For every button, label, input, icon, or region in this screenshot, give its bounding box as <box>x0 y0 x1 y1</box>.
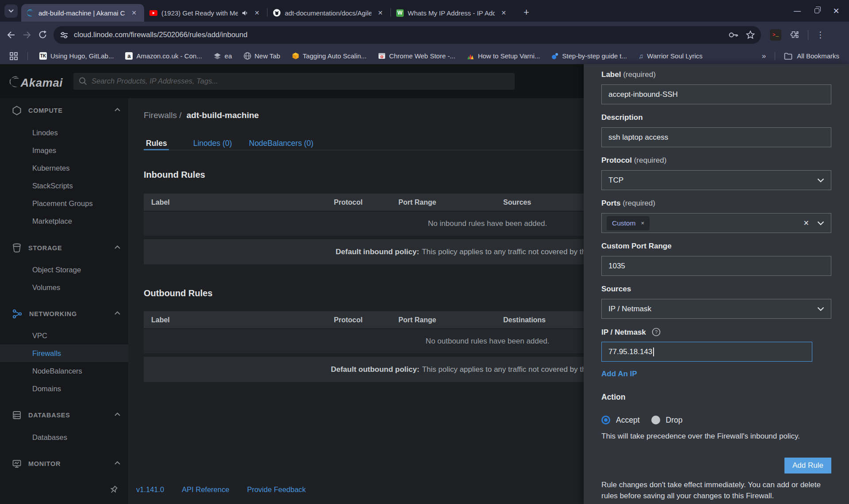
text-cursor <box>653 347 654 356</box>
browser-tab-github[interactable]: adt-documentation/docs/Agile ✕ <box>268 4 390 22</box>
akamai-logo[interactable]: Akamai <box>10 73 63 90</box>
col-label[interactable]: Label <box>151 316 170 324</box>
tab-close-icon[interactable]: ✕ <box>375 8 385 17</box>
sources-select[interactable]: IP / Netmask <box>601 299 831 319</box>
forward-icon[interactable] <box>22 31 32 39</box>
description-input[interactable]: ssh laptop access <box>601 127 831 147</box>
sidebar-section-monitor[interactable]: MONITOR <box>0 455 128 473</box>
tab-close-icon[interactable]: ✕ <box>499 8 509 17</box>
breadcrumb-parent[interactable]: Firewalls / <box>144 111 182 120</box>
browser-tab-akamai[interactable]: adt-build-machine | Akamai Clo ✕ <box>21 4 144 22</box>
sidebar-item-kubernetes[interactable]: Kubernetes <box>0 159 128 177</box>
sidebar-item-volumes[interactable]: Volumes <box>0 279 128 296</box>
all-bookmarks-button[interactable]: All Bookmarks <box>797 52 839 60</box>
col-destinations[interactable]: Destinations <box>503 316 546 324</box>
sidebar-item-nodebalancers[interactable]: NodeBalancers <box>0 362 128 380</box>
chip-remove-icon[interactable]: × <box>641 220 644 226</box>
bookmark-item[interactable]: a Amazon.co.uk - Con... <box>125 52 202 60</box>
sidebar-item-firewalls[interactable]: Firewalls <box>0 344 128 362</box>
reload-icon[interactable] <box>38 30 47 39</box>
active-tab-indicator <box>144 149 169 150</box>
url-text[interactable]: cloud.linode.com/firewalls/2502066/rules… <box>74 31 721 39</box>
version-link[interactable]: v1.141.0 <box>136 485 164 494</box>
restore-button[interactable] <box>811 7 822 15</box>
api-reference-link[interactable]: API Reference <box>182 485 229 494</box>
password-key-icon[interactable] <box>728 32 739 38</box>
bookmark-item[interactable]: Tagging Auto Scalin... <box>292 52 367 60</box>
policy-label: Default inbound policy: <box>336 248 419 256</box>
browser-tab-whatismyip[interactable]: W Whats My IP Address - IP Addre ✕ <box>391 4 514 22</box>
clear-icon[interactable]: ✕ <box>803 219 809 227</box>
new-tab-button[interactable]: + <box>520 7 533 18</box>
tab-rules[interactable]: Rules <box>146 139 167 148</box>
sidebar-item-stackscripts[interactable]: StackScripts <box>0 177 128 195</box>
chevron-up-icon[interactable] <box>115 108 120 111</box>
terminal-extension-icon[interactable]: >_ <box>770 29 781 41</box>
custom-port-input[interactable]: 1035 <box>601 256 831 276</box>
global-search-input[interactable]: Search Products, IP Addresses, Tags... <box>73 73 515 90</box>
bookmark-item[interactable]: ea <box>214 52 232 60</box>
tab-close-icon[interactable]: ✕ <box>252 8 262 17</box>
chevron-up-icon[interactable] <box>115 311 120 315</box>
bookmark-item[interactable]: Chrome Web Store -... <box>378 52 455 60</box>
tab-search-button[interactable] <box>4 4 18 18</box>
bookmark-item[interactable]: How to Setup Varni... <box>467 52 540 60</box>
sidebar-item-placement-groups[interactable]: Placement Groups <box>0 195 128 212</box>
bookmark-item[interactable]: New Tab <box>244 52 280 60</box>
add-rule-button[interactable]: Add Rule <box>784 458 831 473</box>
bookmark-item[interactable]: Step-by-step guide t... <box>551 52 627 60</box>
ip-netmask-input[interactable]: 77.95.18.143 <box>601 342 812 362</box>
bookmarks-bar: TK Using Hugo, GitLab... a Amazon.co.uk … <box>0 48 849 64</box>
radio-accept[interactable]: Accept <box>601 416 640 425</box>
back-icon[interactable] <box>6 31 16 39</box>
col-label[interactable]: Label <box>151 199 170 206</box>
sidebar-section-storage[interactable]: STORAGE <box>0 239 128 257</box>
chevron-up-icon[interactable] <box>115 245 120 249</box>
site-info-icon[interactable] <box>60 31 69 39</box>
bookmarks-overflow-chevron[interactable]: » <box>762 52 766 61</box>
webstore-favicon <box>378 52 386 60</box>
protocol-select[interactable]: TCP <box>601 170 831 190</box>
provide-feedback-link[interactable]: Provide Feedback <box>247 485 306 494</box>
tab-linodes[interactable]: Linodes (0) <box>193 139 232 148</box>
ports-field-label: Ports (required) <box>601 199 831 209</box>
extensions-puzzle-icon[interactable] <box>790 30 800 40</box>
sidebar-item-object-storage[interactable]: Object Storage <box>0 261 128 279</box>
sidebar-item-images[interactable]: Images <box>0 141 128 159</box>
browser-menu-icon[interactable]: ⋮ <box>816 30 825 40</box>
pin-sidebar-icon[interactable] <box>109 485 119 495</box>
apps-grid-icon[interactable] <box>10 52 18 60</box>
address-bar[interactable]: cloud.linode.com/firewalls/2502066/rules… <box>54 26 761 44</box>
speaker-icon[interactable] <box>242 10 248 16</box>
col-port-range[interactable]: Port Range <box>398 199 436 206</box>
ports-chip-custom[interactable]: Custom × <box>607 216 650 230</box>
browser-tab-youtube[interactable]: (1923) Get Ready with Me a ✕ <box>144 4 267 22</box>
add-an-ip-link[interactable]: Add An IP <box>601 370 831 379</box>
chevron-down-icon <box>8 9 14 13</box>
col-sources[interactable]: Sources <box>503 199 531 206</box>
sidebar-section-databases[interactable]: DATABASES <box>0 406 128 424</box>
sidebar-item-linodes[interactable]: Linodes <box>0 124 128 141</box>
col-port-range[interactable]: Port Range <box>398 316 436 324</box>
bookmark-star-icon[interactable] <box>746 31 755 39</box>
close-button[interactable]: ✕ <box>830 6 842 16</box>
sidebar-item-marketplace[interactable]: Marketplace <box>0 212 128 230</box>
bookmark-item[interactable]: TK Using Hugo, GitLab... <box>39 52 114 60</box>
bookmark-item[interactable]: ♫ Warrior Soul Lyrics <box>639 52 703 60</box>
radio-drop[interactable]: Drop <box>651 416 683 425</box>
sidebar-item-domains[interactable]: Domains <box>0 380 128 397</box>
sidebar-item-databases[interactable]: Databases <box>0 428 128 446</box>
label-input[interactable]: accept-inbound-SSH <box>601 84 831 104</box>
ports-multiselect[interactable]: Custom × ✕ <box>601 213 831 233</box>
col-protocol[interactable]: Protocol <box>334 199 363 206</box>
sidebar-item-vpc[interactable]: VPC <box>0 327 128 344</box>
sidebar-section-networking[interactable]: NETWORKING <box>0 305 128 323</box>
help-icon[interactable]: ? <box>652 328 661 336</box>
col-protocol[interactable]: Protocol <box>334 316 363 324</box>
chevron-up-icon[interactable] <box>115 461 120 465</box>
chevron-up-icon[interactable] <box>115 412 120 416</box>
minimize-button[interactable]: — <box>792 7 803 15</box>
tab-nodebalancers[interactable]: NodeBalancers (0) <box>249 139 314 148</box>
tab-close-icon[interactable]: ✕ <box>129 8 139 17</box>
sidebar-section-compute[interactable]: COMPUTE <box>0 102 128 119</box>
